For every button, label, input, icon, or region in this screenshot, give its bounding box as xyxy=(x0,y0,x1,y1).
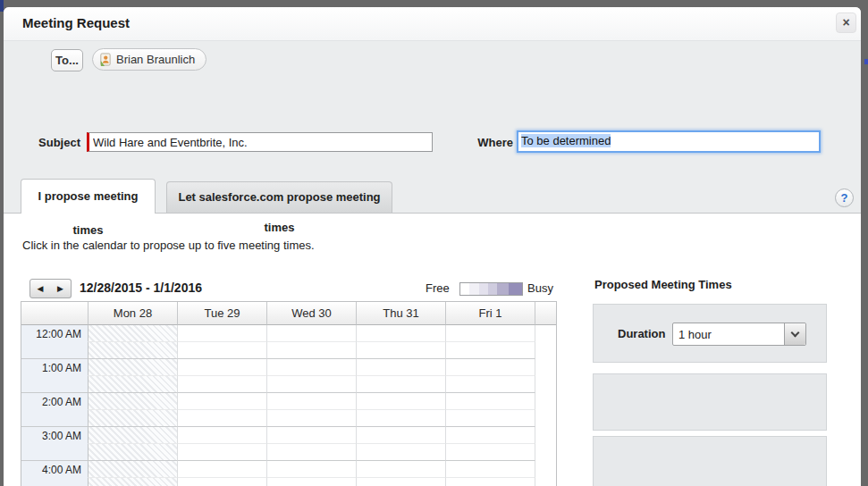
calendar-time-slot[interactable] xyxy=(88,444,178,461)
proposed-meeting-times-heading: Proposed Meeting Times xyxy=(594,278,732,291)
scrollbar-gutter-cell xyxy=(535,444,556,461)
calendar-time-slot[interactable] xyxy=(357,478,446,486)
calendar-time-slot[interactable] xyxy=(357,376,446,393)
calendar-time-slot[interactable] xyxy=(178,376,267,393)
dialog-title: Meeting Request xyxy=(22,15,130,30)
calendar-table: Mon 28 Tue 29 Wed 30 Thu 31 Fri 1 12:00 … xyxy=(21,301,557,486)
calendar-time-slot[interactable] xyxy=(178,393,267,410)
calendar-time-slot[interactable] xyxy=(446,393,535,410)
recipient-name: Brian Braunlich xyxy=(116,53,195,66)
scrollbar-gutter-cell xyxy=(535,359,556,376)
calendar-time-slot[interactable] xyxy=(267,393,357,410)
calendar-time-slot[interactable] xyxy=(88,342,178,359)
calendar-time-slot[interactable] xyxy=(178,478,267,486)
day-header: Tue 29 xyxy=(178,302,267,325)
calendar-time-slot[interactable] xyxy=(267,376,357,393)
calendar-grid-body: 12:00 AM 1:00 AM 2:00 AM 3:00 AM 4:00 AM xyxy=(21,325,556,486)
scrollbar-gutter-cell xyxy=(535,393,556,410)
duration-box: Duration 1 hour xyxy=(593,304,827,363)
close-icon: × xyxy=(842,15,849,29)
day-header: Mon 28 xyxy=(88,302,178,325)
calendar-time-slot[interactable] xyxy=(178,359,267,376)
calendar-time-slot[interactable] xyxy=(88,478,178,486)
calendar-time-slot[interactable] xyxy=(357,393,446,410)
where-input[interactable]: To be determined xyxy=(517,130,821,153)
calendar-time-slot[interactable] xyxy=(178,444,267,461)
next-week-button[interactable]: ▶ xyxy=(50,279,72,298)
calendar-time-slot[interactable] xyxy=(357,342,446,359)
day-header: Fri 1 xyxy=(446,302,535,325)
previous-week-button[interactable]: ◀ xyxy=(29,279,51,298)
calendar-time-slot[interactable] xyxy=(357,461,446,478)
scrollbar-gutter-cell xyxy=(535,427,556,444)
time-gutter-cell xyxy=(21,478,88,486)
calendar-time-slot[interactable] xyxy=(446,325,535,342)
calendar-time-slot[interactable] xyxy=(88,410,178,427)
calendar-time-slot[interactable] xyxy=(267,461,357,478)
calendar-time-slot[interactable] xyxy=(178,461,267,478)
recipient-chip[interactable]: Brian Braunlich xyxy=(92,48,206,71)
where-value-selected-text: To be determined xyxy=(521,134,611,147)
to-button[interactable]: To... xyxy=(51,49,83,71)
calendar-time-slot[interactable] xyxy=(88,325,178,342)
dialog-title-bar: Meeting Request × xyxy=(4,7,861,41)
screen: Meeting Request × To... Brian Braunlich … xyxy=(0,0,868,486)
tab-let-salesforce-propose[interactable]: Let salesforce.com propose meeting times xyxy=(166,181,392,213)
next-icon: ▶ xyxy=(57,284,63,293)
calendar-time-slot[interactable] xyxy=(267,325,357,342)
calendar-time-slot[interactable] xyxy=(446,461,535,478)
calendar-time-slot[interactable] xyxy=(267,444,357,461)
calendar-time-slot[interactable] xyxy=(446,376,535,393)
dropdown-arrow-icon xyxy=(784,323,805,345)
duration-label: Duration xyxy=(618,327,665,340)
scrollbar-gutter-cell xyxy=(535,461,556,478)
calendar-time-slot[interactable] xyxy=(88,427,178,444)
close-button[interactable]: × xyxy=(836,13,856,33)
calendar-time-slot[interactable] xyxy=(446,410,535,427)
legend-free-label: Free xyxy=(426,281,450,295)
calendar-time-slot[interactable] xyxy=(357,444,446,461)
calendar-time-slot[interactable] xyxy=(267,359,357,376)
calendar-time-slot[interactable] xyxy=(446,427,535,444)
time-gutter-cell xyxy=(21,342,88,359)
calendar-time-slot[interactable] xyxy=(267,478,357,486)
time-gutter-cell xyxy=(21,444,88,461)
prev-icon: ◀ xyxy=(38,284,44,293)
calendar-time-slot[interactable] xyxy=(88,359,178,376)
calendar-time-slot[interactable] xyxy=(178,342,267,359)
calendar-time-slot[interactable] xyxy=(88,376,178,393)
calendar-time-slot[interactable] xyxy=(178,325,267,342)
calendar-time-slot[interactable] xyxy=(357,427,446,444)
calendar-time-slot[interactable] xyxy=(267,410,357,427)
calendar-time-slot[interactable] xyxy=(267,342,357,359)
calendar-time-slot[interactable] xyxy=(178,427,267,444)
time-label: 1:00 AM xyxy=(21,362,81,374)
time-label: 3:00 AM xyxy=(21,430,81,442)
contact-icon xyxy=(98,53,112,66)
calendar-time-slot[interactable] xyxy=(446,444,535,461)
calendar-time-slot[interactable] xyxy=(88,393,178,410)
time-gutter-cell xyxy=(21,376,88,393)
help-button[interactable]: ? xyxy=(835,189,854,207)
page-behind-accent xyxy=(864,59,868,64)
calendar-time-slot[interactable] xyxy=(357,325,446,342)
scrollbar-gutter-cell xyxy=(535,478,556,486)
day-header: Wed 30 xyxy=(267,302,357,325)
scrollbar-gutter-cell xyxy=(535,325,556,342)
calendar-time-slot[interactable] xyxy=(178,410,267,427)
calendar-time-slot[interactable] xyxy=(357,410,446,427)
calendar-time-slot[interactable] xyxy=(446,359,535,376)
calendar-time-slot[interactable] xyxy=(446,478,535,486)
tab-i-propose-meeting-times[interactable]: I propose meeting times xyxy=(21,179,156,214)
subject-input[interactable] xyxy=(87,132,433,152)
proposed-time-placeholder xyxy=(593,373,827,431)
calendar-time-slot[interactable] xyxy=(357,359,446,376)
scrollbar-gutter-cell xyxy=(535,410,556,427)
calendar-time-slot[interactable] xyxy=(446,342,535,359)
proposed-time-placeholder xyxy=(593,436,827,486)
scrollbar-gutter-cell xyxy=(535,342,556,359)
day-header: Thu 31 xyxy=(357,302,446,325)
calendar-time-slot[interactable] xyxy=(267,427,357,444)
duration-select[interactable]: 1 hour xyxy=(672,323,806,346)
calendar-time-slot[interactable] xyxy=(88,461,178,478)
